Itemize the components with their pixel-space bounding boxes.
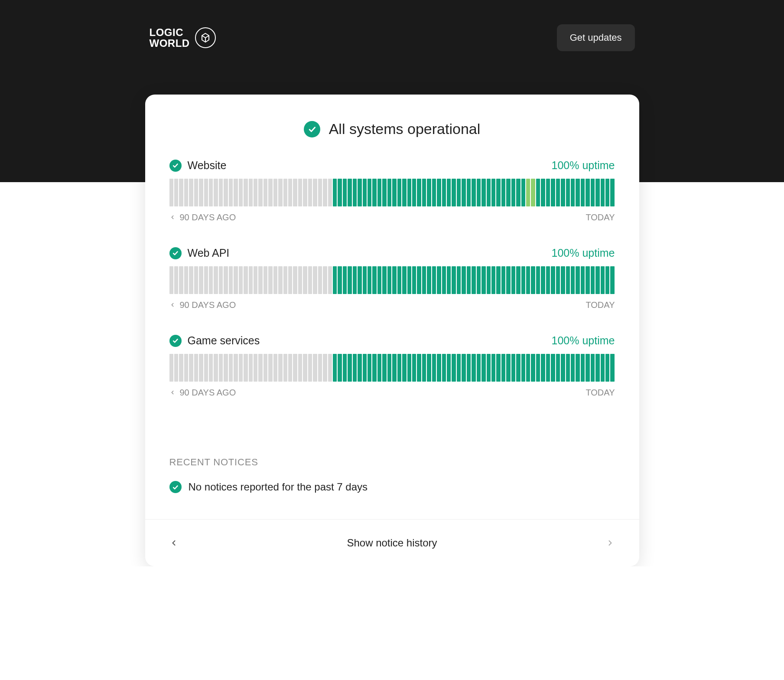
uptime-bar[interactable] [283, 266, 287, 294]
uptime-bar[interactable] [591, 179, 595, 206]
uptime-bar[interactable] [254, 179, 257, 206]
uptime-bar[interactable] [189, 266, 193, 294]
uptime-bar[interactable] [402, 179, 406, 206]
service-name[interactable]: Game services [188, 334, 260, 347]
uptime-bar[interactable] [189, 354, 193, 382]
uptime-bar[interactable] [605, 266, 609, 294]
uptime-bar[interactable] [610, 354, 614, 382]
uptime-bar[interactable] [358, 354, 361, 382]
uptime-bar[interactable] [501, 354, 505, 382]
uptime-bar[interactable] [595, 354, 599, 382]
uptime-bar[interactable] [323, 354, 327, 382]
uptime-bar[interactable] [506, 179, 510, 206]
uptime-bar[interactable] [546, 179, 550, 206]
uptime-bar[interactable] [531, 179, 535, 206]
uptime-bar[interactable] [303, 179, 307, 206]
uptime-bar[interactable] [481, 179, 485, 206]
uptime-bar[interactable] [462, 354, 465, 382]
uptime-bar[interactable] [407, 354, 411, 382]
uptime-bar[interactable] [189, 179, 193, 206]
uptime-bar[interactable] [209, 266, 213, 294]
uptime-bar[interactable] [288, 354, 292, 382]
uptime-bar[interactable] [501, 179, 505, 206]
uptime-bar[interactable] [442, 266, 446, 294]
uptime-bar[interactable] [477, 266, 481, 294]
uptime-bar[interactable] [576, 354, 579, 382]
uptime-bar[interactable] [254, 266, 257, 294]
uptime-bar[interactable] [313, 266, 317, 294]
uptime-bar[interactable] [249, 179, 253, 206]
uptime-bar[interactable] [194, 266, 198, 294]
uptime-bar[interactable] [214, 179, 218, 206]
uptime-bar[interactable] [397, 266, 401, 294]
uptime-bar[interactable] [516, 266, 520, 294]
uptime-bar[interactable] [204, 179, 208, 206]
uptime-bar[interactable] [273, 266, 277, 294]
uptime-bar[interactable] [219, 266, 223, 294]
uptime-bar[interactable] [387, 354, 391, 382]
uptime-bar[interactable] [511, 179, 515, 206]
uptime-bar[interactable] [372, 266, 376, 294]
uptime-bar[interactable] [368, 266, 371, 294]
uptime-bar[interactable] [526, 179, 530, 206]
uptime-bar[interactable] [536, 179, 540, 206]
uptime-bar[interactable] [382, 266, 386, 294]
uptime-bar[interactable] [278, 354, 282, 382]
uptime-bar[interactable] [229, 179, 233, 206]
uptime-bar[interactable] [234, 179, 237, 206]
uptime-bar[interactable] [496, 354, 500, 382]
uptime-bar[interactable] [581, 266, 585, 294]
uptime-bar[interactable] [264, 179, 267, 206]
uptime-bar[interactable] [283, 179, 287, 206]
uptime-bar[interactable] [283, 354, 287, 382]
uptime-bar[interactable] [338, 179, 342, 206]
uptime-bar[interactable] [561, 179, 565, 206]
uptime-bar[interactable] [268, 354, 272, 382]
uptime-bar[interactable] [264, 266, 267, 294]
uptime-bar[interactable] [254, 354, 257, 382]
uptime-bar[interactable] [264, 354, 267, 382]
uptime-bar[interactable] [214, 266, 218, 294]
uptime-bar[interactable] [556, 266, 560, 294]
uptime-bar[interactable] [224, 266, 228, 294]
uptime-bar[interactable] [377, 354, 381, 382]
uptime-bar[interactable] [546, 354, 550, 382]
uptime-bar[interactable] [581, 354, 585, 382]
uptime-bar[interactable] [377, 266, 381, 294]
uptime-bar[interactable] [382, 354, 386, 382]
service-name[interactable]: Web API [188, 247, 230, 259]
uptime-bar[interactable] [239, 354, 243, 382]
uptime-bar[interactable] [481, 354, 485, 382]
uptime-bar[interactable] [333, 354, 337, 382]
uptime-bar[interactable] [536, 266, 540, 294]
uptime-bar[interactable] [328, 354, 332, 382]
uptime-bar[interactable] [422, 179, 426, 206]
uptime-bar[interactable] [447, 354, 451, 382]
uptime-bar[interactable] [546, 266, 550, 294]
uptime-bar[interactable] [387, 266, 391, 294]
uptime-bar[interactable] [234, 354, 237, 382]
uptime-bar[interactable] [491, 266, 495, 294]
uptime-bar[interactable] [219, 179, 223, 206]
uptime-bar[interactable] [308, 179, 312, 206]
uptime-bar[interactable] [551, 179, 555, 206]
uptime-bar[interactable] [591, 354, 595, 382]
uptime-bar[interactable] [506, 354, 510, 382]
uptime-bar[interactable] [169, 266, 173, 294]
uptime-bar[interactable] [496, 179, 500, 206]
uptime-bar[interactable] [541, 179, 545, 206]
uptime-bar[interactable] [412, 354, 416, 382]
uptime-bar[interactable] [318, 179, 322, 206]
uptime-bar[interactable] [184, 266, 188, 294]
uptime-bar[interactable] [209, 354, 213, 382]
uptime-bar[interactable] [556, 354, 560, 382]
uptime-bar[interactable] [576, 179, 579, 206]
uptime-bar[interactable] [402, 354, 406, 382]
uptime-bar[interactable] [273, 354, 277, 382]
service-name[interactable]: Website [188, 159, 227, 172]
uptime-bar[interactable] [462, 266, 465, 294]
uptime-bar[interactable] [179, 179, 183, 206]
uptime-bar[interactable] [541, 266, 545, 294]
uptime-bar[interactable] [511, 354, 515, 382]
uptime-bar[interactable] [422, 354, 426, 382]
